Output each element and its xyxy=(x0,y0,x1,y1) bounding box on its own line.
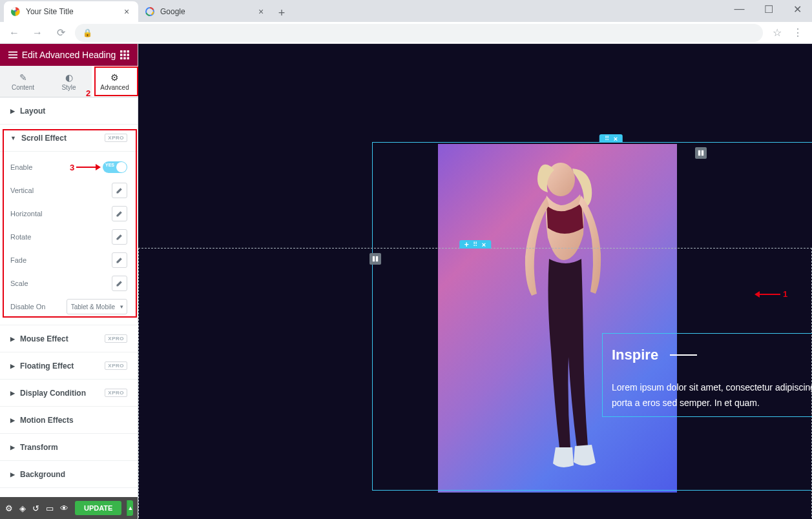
edit-scale-button[interactable] xyxy=(112,276,127,291)
settings-icon[interactable]: ⚙ xyxy=(5,504,13,513)
sidebar-footer: ⚙ ◈ ↺ ▭ 👁 UPDATE ▲ xyxy=(0,497,138,519)
enable-row: Enable YES xyxy=(10,156,127,179)
kebab-icon[interactable]: ⋮ xyxy=(789,24,807,42)
address-bar: ← → ⟳ 🔒 ☆ ⋮ xyxy=(0,22,812,44)
svg-rect-18 xyxy=(373,256,375,261)
editor: Edit Advanced Heading ✎ Content ◐ Style … xyxy=(0,44,812,519)
sidebar-body: ▶ Layout ▼ Scroll Effect XPRO Enable YES… xyxy=(0,97,138,497)
section-handle[interactable]: ⠿ × xyxy=(599,134,623,143)
update-caret[interactable]: ▲ xyxy=(127,500,133,516)
svg-rect-13 xyxy=(123,57,126,60)
sidebar-header: Edit Advanced Heading xyxy=(0,44,138,66)
chrome-icon xyxy=(10,6,21,17)
svg-rect-4 xyxy=(8,54,17,56)
editor-canvas[interactable]: ⠿ × + ⠿ × Inspire Lor xyxy=(138,44,812,519)
caret-right-icon: ▶ xyxy=(10,108,15,114)
caret-right-icon: ▶ xyxy=(10,390,15,396)
google-icon xyxy=(145,6,155,17)
edit-vertical-button[interactable] xyxy=(112,183,127,198)
reload-button[interactable]: ⟳ xyxy=(52,24,70,42)
svg-rect-17 xyxy=(702,150,703,156)
heading-row: Inspire xyxy=(612,347,812,363)
update-button[interactable]: UPDATE xyxy=(75,501,121,515)
section-floating-effect[interactable]: ▶ Floating Effect XPRO xyxy=(0,352,138,380)
url-input[interactable]: 🔒 xyxy=(75,24,763,42)
caret-right-icon: ▶ xyxy=(10,336,15,342)
enable-toggle[interactable]: YES xyxy=(103,161,127,173)
browser-tab-active[interactable]: Your Site Title × xyxy=(4,1,138,22)
minimize-button[interactable]: — xyxy=(725,0,754,18)
caret-right-icon: ▶ xyxy=(10,471,15,478)
edit-horizontal-button[interactable] xyxy=(112,206,127,221)
lock-icon: 🔒 xyxy=(83,28,92,37)
plus-icon[interactable]: + xyxy=(464,240,469,249)
heading-widget[interactable]: Inspire Lorem ipsum dolor sit amet, cons… xyxy=(602,333,812,417)
star-icon[interactable]: ☆ xyxy=(768,24,786,42)
tab-title: Google xyxy=(160,7,251,16)
close-button[interactable]: ✕ xyxy=(783,0,812,18)
disable-on-select[interactable]: Tablet & Mobile xyxy=(67,299,127,314)
drag-icon[interactable]: ⠿ xyxy=(473,241,478,248)
contrast-icon: ◐ xyxy=(65,72,73,83)
close-icon[interactable]: × xyxy=(482,241,486,249)
section-display-condition[interactable]: ▶ Display Condition XPRO xyxy=(0,380,138,407)
drag-icon[interactable]: ⠿ xyxy=(605,135,610,142)
edit-fade-button[interactable] xyxy=(112,252,127,268)
section-scroll-effect[interactable]: ▼ Scroll Effect XPRO xyxy=(0,125,138,152)
section-handle[interactable]: + ⠿ × xyxy=(459,240,491,249)
new-tab-button[interactable]: + xyxy=(273,4,291,22)
svg-rect-6 xyxy=(120,50,123,53)
tab-style[interactable]: ◐ Style xyxy=(46,66,92,97)
section-mouse-effect[interactable]: ▶ Mouse Effect XPRO xyxy=(0,325,138,352)
edit-rotate-button[interactable] xyxy=(112,229,127,245)
section-layout[interactable]: ▶ Layout xyxy=(0,97,138,125)
history-icon[interactable]: ↺ xyxy=(32,504,39,513)
maximize-button[interactable]: ☐ xyxy=(754,0,783,18)
svg-rect-7 xyxy=(123,50,126,53)
close-icon[interactable]: × xyxy=(256,6,266,17)
caret-right-icon: ▶ xyxy=(10,444,15,451)
section-transform[interactable]: ▶ Transform xyxy=(0,434,138,461)
column-handle[interactable] xyxy=(370,253,381,265)
forward-button[interactable]: → xyxy=(28,24,47,42)
caret-down-icon: ▼ xyxy=(10,135,16,141)
grid-icon[interactable] xyxy=(118,48,131,61)
column-handle[interactable] xyxy=(695,147,707,159)
browser-tab[interactable]: Google × xyxy=(138,1,273,22)
svg-rect-5 xyxy=(8,57,17,59)
section-motion-effects[interactable]: ▶ Motion Effects xyxy=(0,407,138,434)
sidebar-tabs: ✎ Content ◐ Style ⚙ Advanced xyxy=(0,66,138,97)
window-controls: — ☐ ✕ xyxy=(725,0,812,18)
close-icon[interactable]: × xyxy=(121,6,132,17)
xpro-badge: XPRO xyxy=(105,389,127,397)
back-button[interactable]: ← xyxy=(5,24,23,42)
xpro-badge: XPRO xyxy=(105,361,127,370)
scroll-effect-body: Enable YES Vertical Horizontal Rotate Fa… xyxy=(0,152,138,325)
xpro-badge: XPRO xyxy=(105,134,127,142)
horizontal-row: Horizontal xyxy=(10,202,127,225)
xpro-badge: XPRO xyxy=(105,334,127,343)
svg-rect-19 xyxy=(376,256,378,261)
browser-chrome: Your Site Title × Google × + — ☐ ✕ ← → ⟳… xyxy=(0,0,812,44)
svg-rect-10 xyxy=(123,54,126,56)
tab-content[interactable]: ✎ Content xyxy=(0,66,46,97)
svg-rect-11 xyxy=(127,54,130,56)
caret-right-icon: ▶ xyxy=(10,417,15,423)
heading-divider xyxy=(670,354,697,356)
preview-icon[interactable]: 👁 xyxy=(60,504,68,513)
section-background[interactable]: ▶ Background xyxy=(0,461,138,488)
tab-title: Your Site Title xyxy=(26,7,116,16)
tab-advanced[interactable]: ⚙ Advanced xyxy=(92,66,138,97)
fade-row: Fade xyxy=(10,249,127,272)
responsive-icon[interactable]: ▭ xyxy=(46,504,54,513)
close-icon[interactable]: × xyxy=(614,135,618,143)
svg-rect-12 xyxy=(120,57,123,60)
svg-rect-9 xyxy=(120,54,123,56)
svg-rect-8 xyxy=(127,50,130,53)
scale-row: Scale xyxy=(10,272,127,295)
vertical-row: Vertical xyxy=(10,179,127,202)
navigator-icon[interactable]: ◈ xyxy=(19,504,26,513)
tab-strip: Your Site Title × Google × + — ☐ ✕ xyxy=(0,0,812,22)
svg-rect-16 xyxy=(698,150,700,156)
hamburger-icon[interactable] xyxy=(6,48,19,61)
